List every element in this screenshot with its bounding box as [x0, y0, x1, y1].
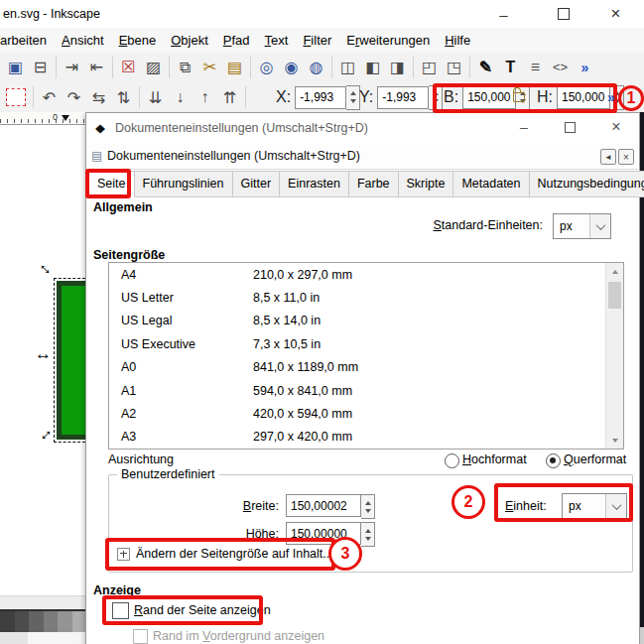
tab-farbe[interactable]: Farbe — [349, 171, 399, 197]
scroll-down-icon[interactable] — [606, 432, 623, 449]
landscape-radio[interactable] — [546, 453, 561, 468]
raise-to-top-icon[interactable]: ⇈ — [217, 85, 242, 109]
raise-icon[interactable]: ↑ — [193, 85, 217, 109]
list-item[interactable]: US Executive7,3 x 10,5 in — [109, 332, 623, 355]
list-scrollbar[interactable] — [605, 263, 623, 449]
list-item[interactable]: A3297,0 x 420,0 mm — [109, 426, 623, 449]
zoom-drawing-icon[interactable]: ◉ — [279, 56, 304, 79]
flip-horizontal-icon[interactable]: ⇆ — [86, 85, 111, 109]
x-input[interactable]: -1,993 — [295, 86, 346, 109]
list-item[interactable]: A4210,0 x 297,0 mm — [109, 263, 623, 286]
export-icon[interactable]: ⇤ — [84, 56, 109, 79]
menu-hilfe[interactable]: Hilfe — [443, 33, 481, 48]
tab-gitter[interactable]: Gitter — [233, 171, 281, 197]
default-units-dropdown[interactable]: px — [553, 213, 611, 239]
edit-mask-icon[interactable]: ◳ — [442, 56, 466, 79]
list-item[interactable]: US Legal8,5 x 14,0 in — [109, 310, 623, 332]
height-spinner[interactable] — [361, 522, 375, 547]
tab-einrasten[interactable]: Einrasten — [280, 171, 349, 197]
dialog-close-button[interactable]: × — [599, 114, 633, 140]
menu-filter[interactable]: Filter — [301, 33, 342, 48]
clone-icon[interactable]: ◧ — [360, 56, 385, 79]
menu-erweiterungen[interactable]: Erweiterungen — [344, 33, 441, 48]
zoom-page-icon[interactable]: ◍ — [304, 56, 328, 79]
duplicate-icon[interactable]: ◫ — [335, 56, 360, 79]
tab-seite[interactable]: Seite — [88, 171, 135, 197]
panel-close-button[interactable]: × — [618, 149, 634, 165]
lower-icon[interactable]: ↓ — [168, 85, 193, 109]
menu-bearbeiten[interactable]: arbeiten — [0, 33, 58, 48]
resize-to-content-expander[interactable]: Ändern der Seitengröße auf Inhalt... — [117, 547, 333, 561]
list-item[interactable]: A2420,0 x 594,0 mm — [109, 402, 623, 425]
toolbar2-overflow-button[interactable]: » — [607, 89, 615, 105]
scroll-up-icon[interactable] — [606, 263, 623, 280]
palette-swatch[interactable] — [15, 611, 30, 632]
list-item[interactable]: A1594,0 x 841,0 mm — [109, 379, 623, 402]
paste-icon[interactable]: ▤ — [222, 56, 247, 79]
close-icon: × — [611, 4, 621, 24]
palette-swatch[interactable] — [44, 611, 59, 632]
horizontal-scrollbar[interactable] — [0, 595, 86, 610]
edit-clip-icon[interactable]: ◰ — [417, 56, 442, 79]
unit-dropdown[interactable]: px — [562, 493, 627, 519]
y-input[interactable]: -1,993 — [377, 86, 429, 109]
menu-ebene[interactable]: Ebene — [117, 33, 168, 48]
selected-rectangle[interactable] — [57, 281, 86, 440]
page-size-list[interactable]: A4210,0 x 297,0 mm US Letter8,5 x 11,0 i… — [108, 262, 624, 450]
palette-swatch[interactable] — [0, 611, 15, 632]
scrollbar-thumb[interactable] — [608, 282, 621, 309]
scale-handle-top-left[interactable]: ↔ — [35, 255, 59, 279]
y-spinner[interactable] — [429, 85, 443, 110]
scale-handle-left[interactable]: ↔ — [35, 345, 52, 362]
save-icon[interactable]: ▣ — [3, 56, 28, 79]
list-item[interactable]: A0841,0 x 1189,0 mm — [109, 356, 623, 379]
edit-objects-icon[interactable]: ✎ — [473, 56, 498, 79]
copy-icon[interactable]: ⧉ — [173, 56, 197, 79]
unlink-clone-icon[interactable]: ◨ — [385, 56, 410, 79]
window-close-button[interactable]: × — [593, 0, 638, 28]
portrait-radio[interactable] — [445, 453, 459, 468]
text-icon[interactable]: T — [498, 56, 523, 79]
selector-tool-icon[interactable] — [6, 88, 26, 106]
tab-fuehrungslinien[interactable]: Führungslinien — [135, 171, 233, 197]
ruler-ticks — [0, 119, 86, 123]
h-input[interactable]: 150,000 — [557, 86, 610, 109]
menu-ansicht[interactable]: Ansicht — [60, 33, 115, 48]
zoom-selection-icon[interactable]: ◎ — [254, 56, 279, 79]
print-icon[interactable]: ⊟ — [28, 56, 53, 79]
palette-swatch[interactable] — [72, 611, 87, 632]
dialog-maximize-button[interactable] — [553, 114, 586, 140]
layers-icon[interactable]: ≡ — [523, 56, 548, 79]
width-input[interactable]: 150,00002 — [286, 494, 361, 517]
import-icon[interactable]: ⇥ — [60, 56, 84, 79]
list-item[interactable]: US Letter8,5 x 11,0 in — [109, 286, 623, 309]
menu-pfad[interactable]: Pfad — [221, 33, 261, 48]
palette-swatch[interactable] — [58, 611, 72, 632]
lock-ratio-icon[interactable] — [513, 92, 525, 102]
close-document-icon[interactable]: ☒ — [116, 56, 141, 79]
window-maximize-button[interactable] — [541, 0, 585, 28]
show-page-border-checkbox[interactable] — [112, 602, 129, 619]
tab-nutzungsbedingungen[interactable]: Nutzungsbedingungen - Lizenz — [530, 171, 644, 197]
b-input[interactable]: 150,000 — [462, 86, 516, 109]
xml-editor-icon[interactable]: <> — [548, 56, 573, 79]
menu-text[interactable]: Text — [263, 33, 300, 48]
dialog-minimize-button[interactable]: – — [507, 114, 541, 140]
rotate-ccw-icon[interactable]: ↶ — [37, 85, 62, 109]
toolbar-overflow-button[interactable]: » — [573, 56, 597, 79]
canvas[interactable]: ↔ ↔ ↔ — [0, 125, 86, 595]
scale-handle-bottom-left[interactable]: ↔ — [32, 421, 56, 445]
lower-to-bottom-icon[interactable]: ⇊ — [143, 85, 168, 109]
width-spinner[interactable] — [361, 494, 375, 519]
cut-icon[interactable]: ✂ — [197, 56, 222, 79]
flip-vertical-icon[interactable]: ⇅ — [111, 85, 136, 109]
window-minimize-button[interactable]: – — [481, 0, 526, 28]
tab-skripte[interactable]: Skripte — [399, 171, 454, 197]
toolbar-separator — [331, 57, 332, 78]
revert-document-icon[interactable]: ▨ — [141, 56, 166, 79]
palette-swatch[interactable] — [29, 611, 44, 632]
menu-objekt[interactable]: Objekt — [169, 33, 219, 48]
panel-undock-button[interactable]: ◄ — [600, 149, 616, 165]
rotate-cw-icon[interactable]: ↷ — [62, 85, 86, 109]
tab-metadaten[interactable]: Metadaten — [453, 171, 529, 197]
